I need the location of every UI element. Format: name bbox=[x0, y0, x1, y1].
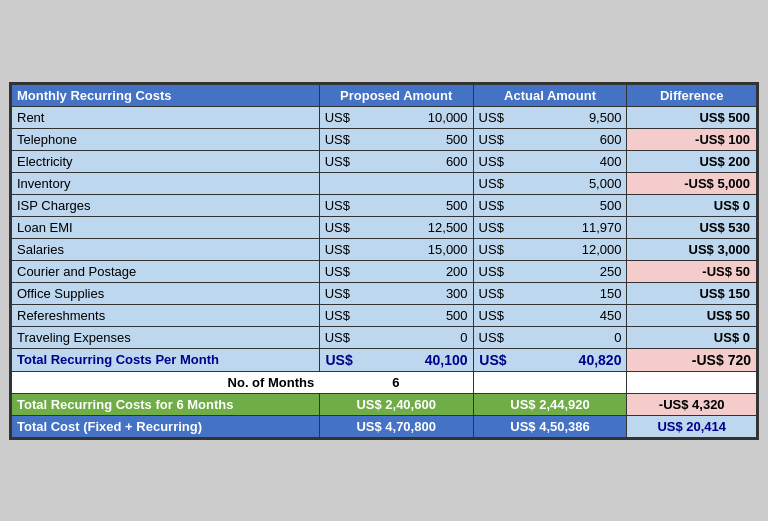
proposed-cell: US$ 500 bbox=[319, 194, 473, 216]
actual-cell: US$ 12,000 bbox=[473, 238, 627, 260]
table-row: ISP Charges US$ 500 US$ 500 US$ 0 bbox=[12, 194, 757, 216]
proposed-cell: US$ 0 bbox=[319, 326, 473, 348]
header-row: Monthly Recurring Costs Proposed Amount … bbox=[12, 84, 757, 106]
table-row: Courier and Postage US$ 200 US$ 250 -US$… bbox=[12, 260, 757, 282]
row-label: Traveling Expenses bbox=[12, 326, 320, 348]
actual-cell: US$ 150 bbox=[473, 282, 627, 304]
row-label: Refereshments bbox=[12, 304, 320, 326]
diff-cell: -US$ 50 bbox=[627, 260, 757, 282]
row-label: Office Supplies bbox=[12, 282, 320, 304]
total-6months-proposed: US$ 2,40,600 bbox=[319, 393, 473, 415]
total-fixed-diff: US$ 20,414 bbox=[627, 415, 757, 437]
row-label: Inventory bbox=[12, 172, 320, 194]
total-fixed-proposed: US$ 4,70,800 bbox=[319, 415, 473, 437]
table-row: Office Supplies US$ 300 US$ 150 US$ 150 bbox=[12, 282, 757, 304]
months-label: No. of Months bbox=[12, 371, 320, 393]
header-actual: Actual Amount bbox=[473, 84, 627, 106]
table-row: Loan EMI US$ 12,500 US$ 11,970 US$ 530 bbox=[12, 216, 757, 238]
total-month-diff: -US$ 720 bbox=[627, 348, 757, 371]
total-fixed-label: Total Cost (Fixed + Recurring) bbox=[12, 415, 320, 437]
proposed-cell: US$ 10,000 bbox=[319, 106, 473, 128]
proposed-cell: US$ 200 bbox=[319, 260, 473, 282]
diff-cell: US$ 3,000 bbox=[627, 238, 757, 260]
total-month-row: Total Recurring Costs Per Month US$ 40,1… bbox=[12, 348, 757, 371]
header-difference: Difference bbox=[627, 84, 757, 106]
table-row: Traveling Expenses US$ 0 US$ 0 US$ 0 bbox=[12, 326, 757, 348]
total-fixed-row: Total Cost (Fixed + Recurring) US$ 4,70,… bbox=[12, 415, 757, 437]
actual-cell: US$ 400 bbox=[473, 150, 627, 172]
diff-cell: -US$ 5,000 bbox=[627, 172, 757, 194]
total-fixed-actual: US$ 4,50,386 bbox=[473, 415, 627, 437]
total-month-label: Total Recurring Costs Per Month bbox=[12, 348, 320, 371]
total-6months-actual: US$ 2,44,920 bbox=[473, 393, 627, 415]
row-label: Telephone bbox=[12, 128, 320, 150]
proposed-cell: US$ 500 bbox=[319, 304, 473, 326]
proposed-cell: US$ 600 bbox=[319, 150, 473, 172]
diff-cell: US$ 50 bbox=[627, 304, 757, 326]
table-row: Rent US$ 10,000 US$ 9,500 US$ 500 bbox=[12, 106, 757, 128]
actual-cell: US$ 9,500 bbox=[473, 106, 627, 128]
diff-cell: US$ 200 bbox=[627, 150, 757, 172]
actual-cell: US$ 250 bbox=[473, 260, 627, 282]
total-6months-label: Total Recurring Costs for 6 Months bbox=[12, 393, 320, 415]
table-row: Electricity US$ 600 US$ 400 US$ 200 bbox=[12, 150, 757, 172]
row-label: ISP Charges bbox=[12, 194, 320, 216]
proposed-cell: US$ 12,500 bbox=[319, 216, 473, 238]
months-empty1 bbox=[473, 371, 627, 393]
total-month-proposed: US$ 40,100 bbox=[319, 348, 473, 371]
total-month-actual: US$ 40,820 bbox=[473, 348, 627, 371]
proposed-cell: US$ 15,000 bbox=[319, 238, 473, 260]
actual-cell: US$ 5,000 bbox=[473, 172, 627, 194]
proposed-cell bbox=[319, 172, 473, 194]
diff-cell: US$ 530 bbox=[627, 216, 757, 238]
table-row: Salaries US$ 15,000 US$ 12,000 US$ 3,000 bbox=[12, 238, 757, 260]
actual-cell: US$ 500 bbox=[473, 194, 627, 216]
actual-cell: US$ 11,970 bbox=[473, 216, 627, 238]
diff-cell: US$ 150 bbox=[627, 282, 757, 304]
diff-cell: US$ 500 bbox=[627, 106, 757, 128]
header-label: Monthly Recurring Costs bbox=[12, 84, 320, 106]
diff-cell: US$ 0 bbox=[627, 194, 757, 216]
months-value: 6 bbox=[319, 371, 473, 393]
table-row: Telephone US$ 500 US$ 600 -US$ 100 bbox=[12, 128, 757, 150]
proposed-cell: US$ 300 bbox=[319, 282, 473, 304]
actual-cell: US$ 0 bbox=[473, 326, 627, 348]
total-6months-row: Total Recurring Costs for 6 Months US$ 2… bbox=[12, 393, 757, 415]
months-row: No. of Months 6 bbox=[12, 371, 757, 393]
table-row: Inventory US$ 5,000 -US$ 5,000 bbox=[12, 172, 757, 194]
row-label: Courier and Postage bbox=[12, 260, 320, 282]
row-label: Loan EMI bbox=[12, 216, 320, 238]
actual-cell: US$ 450 bbox=[473, 304, 627, 326]
main-table-wrapper: Monthly Recurring Costs Proposed Amount … bbox=[9, 82, 759, 440]
proposed-cell: US$ 500 bbox=[319, 128, 473, 150]
row-label: Salaries bbox=[12, 238, 320, 260]
row-label: Electricity bbox=[12, 150, 320, 172]
actual-cell: US$ 600 bbox=[473, 128, 627, 150]
total-6months-diff: -US$ 4,320 bbox=[627, 393, 757, 415]
diff-cell: -US$ 100 bbox=[627, 128, 757, 150]
header-proposed: Proposed Amount bbox=[319, 84, 473, 106]
row-label: Rent bbox=[12, 106, 320, 128]
table-row: Refereshments US$ 500 US$ 450 US$ 50 bbox=[12, 304, 757, 326]
months-empty2 bbox=[627, 371, 757, 393]
diff-cell: US$ 0 bbox=[627, 326, 757, 348]
